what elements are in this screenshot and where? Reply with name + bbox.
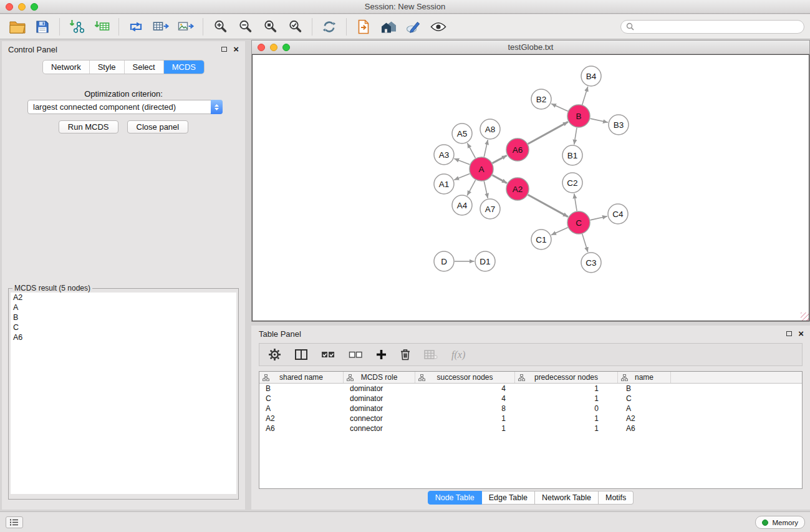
tab-style[interactable]: Style xyxy=(89,60,124,74)
export-table-button[interactable] xyxy=(148,16,173,37)
node-table[interactable]: shared nameMCDS rolesuccessor nodesprede… xyxy=(259,371,803,489)
import-network-button[interactable] xyxy=(64,16,89,37)
tab-node-table[interactable]: Node Table xyxy=(428,491,482,505)
network-window-titlebar[interactable]: testGlobe.txt xyxy=(252,41,809,54)
table-row[interactable]: A6connector11A6 xyxy=(259,423,802,433)
graph-edge-A-A1[interactable] xyxy=(454,173,470,180)
refresh-button[interactable] xyxy=(317,16,342,37)
column-header-filler xyxy=(671,372,802,383)
graph-edge-A-A7[interactable] xyxy=(484,181,488,198)
import-file-button[interactable] xyxy=(351,16,376,37)
graph-edge-A-A2[interactable] xyxy=(493,175,507,183)
graph-edge-C-C4[interactable] xyxy=(591,216,607,220)
float-panel-icon[interactable] xyxy=(786,331,792,336)
criterion-dropdown[interactable]: largest connected component (directed) xyxy=(27,100,223,114)
table-row[interactable]: Cdominator41C xyxy=(259,394,802,404)
zoom-out-icon xyxy=(238,19,253,34)
graph-edge-C-C1[interactable] xyxy=(551,228,568,235)
import-network-icon xyxy=(69,19,85,34)
column-header-predecessor-nodes[interactable]: predecessor nodes xyxy=(515,372,618,383)
float-panel-icon[interactable] xyxy=(221,47,227,52)
sort-icon[interactable] xyxy=(418,374,425,381)
show-hide-button[interactable] xyxy=(426,16,451,37)
graph-edge-B-B1[interactable] xyxy=(574,128,577,145)
deselect-all-button[interactable] xyxy=(349,351,362,359)
graph-edge-A-A4[interactable] xyxy=(467,180,475,196)
graph-edge-C-C2[interactable] xyxy=(574,193,577,211)
graph-node-label: B4 xyxy=(586,72,597,81)
overview-button[interactable] xyxy=(376,16,401,37)
app-title: Session: New Session xyxy=(0,2,810,11)
graph-edge-B-B2[interactable] xyxy=(551,104,568,111)
sort-icon[interactable] xyxy=(621,374,628,381)
graph-node-label: C xyxy=(576,218,582,228)
table-cell: 1 xyxy=(515,414,618,423)
tab-mcds[interactable]: MCDS xyxy=(163,60,204,74)
sort-icon[interactable] xyxy=(518,374,525,381)
mcds-result-item[interactable]: C xyxy=(11,322,236,332)
graphics-details-button[interactable] xyxy=(401,16,426,37)
toolbar-separator xyxy=(312,18,312,36)
save-session-button[interactable] xyxy=(30,16,55,37)
mcds-result-item[interactable]: A xyxy=(11,302,236,312)
tab-select[interactable]: Select xyxy=(124,60,163,74)
search-box[interactable] xyxy=(620,20,804,34)
graph-edge-A-A8[interactable] xyxy=(484,140,488,157)
add-column-button[interactable] xyxy=(376,349,387,360)
mcds-result-item[interactable]: A6 xyxy=(11,332,236,342)
tab-motifs[interactable]: Motifs xyxy=(599,491,634,505)
close-panel-icon[interactable]: × xyxy=(233,46,239,52)
graph-edge-A-A5[interactable] xyxy=(467,143,475,158)
graph-edge-B-B4[interactable] xyxy=(582,87,588,105)
show-columns-button[interactable] xyxy=(295,349,307,360)
export-network-button[interactable] xyxy=(123,16,148,37)
dropdown-stepper-icon[interactable] xyxy=(211,100,223,114)
zoom-out-button[interactable] xyxy=(233,16,258,37)
sort-icon[interactable] xyxy=(263,374,269,381)
status-bar: Memory xyxy=(0,511,810,532)
graph-edge-B-B3[interactable] xyxy=(591,118,608,122)
columns-icon xyxy=(295,349,307,360)
export-image-button[interactable] xyxy=(173,16,198,37)
graph-edge-A-A3[interactable] xyxy=(454,158,470,164)
column-header-mcds-role[interactable]: MCDS role xyxy=(344,372,415,383)
graph-edge-A-A6[interactable] xyxy=(493,155,507,163)
zoom-selected-button[interactable] xyxy=(282,16,307,37)
select-all-button[interactable] xyxy=(321,351,335,359)
mcds-result-item[interactable]: A2 xyxy=(11,293,236,302)
graph-edge-A6-B[interactable] xyxy=(528,122,568,143)
tab-network-table[interactable]: Network Table xyxy=(535,491,599,505)
trash-icon xyxy=(400,349,410,360)
table-row[interactable]: A2connector11A2 xyxy=(259,414,802,423)
sort-icon[interactable] xyxy=(347,374,354,381)
network-canvas-area[interactable]: B4B2BB3A8A5A6A3B1AC2A1A2A4A7C4CC1C3DD1 xyxy=(252,54,809,321)
graph-edge-C-C3[interactable] xyxy=(582,234,588,252)
table-row[interactable]: Adominator80A xyxy=(259,404,802,414)
zoom-in-button[interactable] xyxy=(208,16,233,37)
column-header-shared-name[interactable]: shared name xyxy=(259,372,344,383)
delete-column-button[interactable] xyxy=(400,349,410,360)
close-panel-icon[interactable]: × xyxy=(798,331,804,337)
mcds-result-list[interactable]: A2ABCA6 xyxy=(11,293,236,494)
zoom-fit-button[interactable] xyxy=(258,16,282,37)
column-header-name[interactable]: name xyxy=(618,372,671,383)
tab-network[interactable]: Network xyxy=(43,60,89,74)
resize-grip[interactable] xyxy=(801,312,809,321)
eye-icon xyxy=(430,21,446,32)
tab-edge-table[interactable]: Edge Table xyxy=(482,491,535,505)
run-mcds-button[interactable]: Run MCDS xyxy=(59,120,118,133)
graph-edge-A2-C[interactable] xyxy=(528,195,568,216)
network-graph[interactable]: B4B2BB3A8A5A6A3B1AC2A1A2A4A7C4CC1C3DD1 xyxy=(253,55,809,321)
import-table-button[interactable] xyxy=(89,16,114,37)
mcds-result-item[interactable]: B xyxy=(11,312,236,322)
column-header-successor-nodes[interactable]: successor nodes xyxy=(415,372,515,383)
export-image-icon xyxy=(178,20,195,34)
task-history-button[interactable] xyxy=(6,516,23,528)
search-input[interactable] xyxy=(637,22,799,31)
memory-button[interactable]: Memory xyxy=(755,516,805,529)
table-row[interactable]: Bdominator41B xyxy=(259,384,802,394)
open-session-button[interactable] xyxy=(5,16,30,37)
table-cell: connector xyxy=(344,414,415,423)
table-settings-button[interactable] xyxy=(268,348,281,361)
close-panel-button[interactable]: Close panel xyxy=(127,120,189,133)
